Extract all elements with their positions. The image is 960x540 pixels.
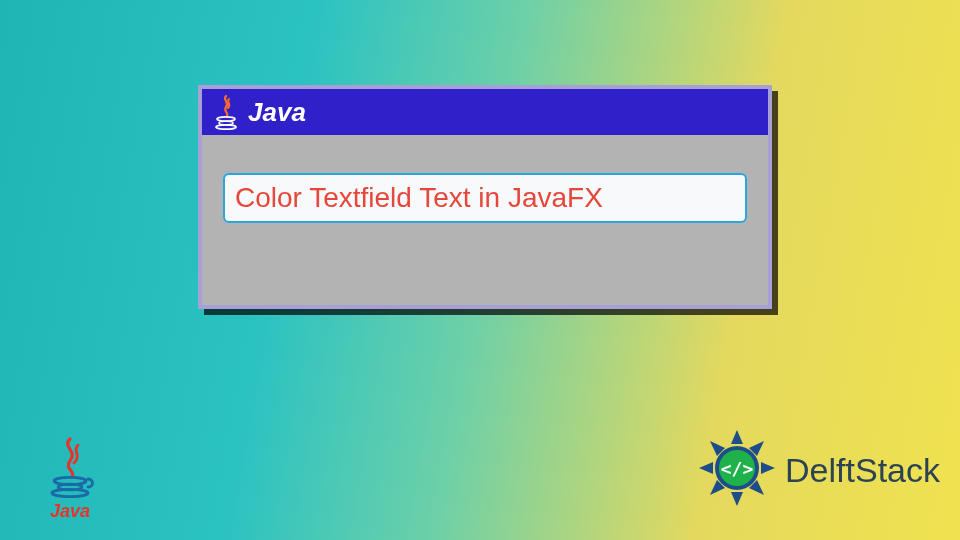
svg-text:</>: </> [721,458,754,479]
delftstack-logo: </> DelftStack [695,426,940,514]
window-title: Java [248,97,306,128]
svg-point-5 [52,489,88,496]
java-logo-icon [212,94,240,130]
color-textfield[interactable] [223,173,747,223]
java-window: Java [198,85,772,309]
delftstack-emblem-icon: </> [695,426,779,514]
titlebar[interactable]: Java [202,89,768,135]
window-body [202,135,768,243]
java-logo-footer: Java [38,435,102,522]
delftstack-label: DelftStack [785,451,940,490]
java-steam-icon [38,435,102,503]
java-logo-label: Java [50,501,90,522]
svg-point-2 [216,125,236,129]
